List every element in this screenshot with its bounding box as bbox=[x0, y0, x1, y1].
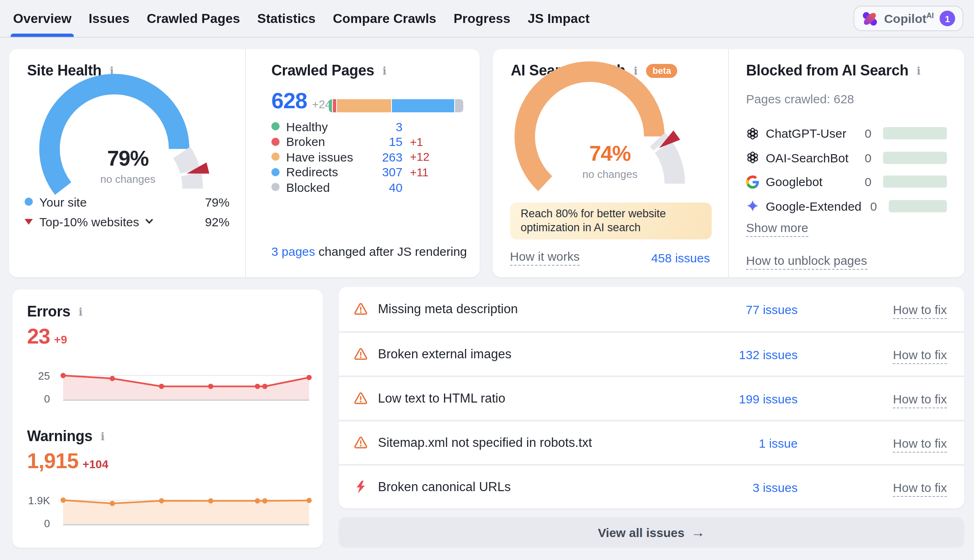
google-extended-star-icon bbox=[746, 200, 759, 213]
chevron-down-icon bbox=[144, 216, 154, 226]
healthy-dot-icon bbox=[271, 123, 280, 131]
ai-issues-link[interactable]: 458 issues bbox=[651, 250, 710, 264]
issue-row-sitemap-robots[interactable]: Sitemap.xml not specified in robots.txt … bbox=[339, 420, 964, 464]
issue-row-broken-images[interactable]: Broken external images 132 issues How to… bbox=[339, 331, 964, 376]
tab-compare-crawls[interactable]: Compare Crawls bbox=[330, 0, 439, 37]
warnings-count: 1,915 bbox=[27, 448, 78, 474]
errors-delta: +9 bbox=[54, 333, 67, 346]
show-more-link[interactable]: Show more bbox=[746, 221, 808, 237]
broken-dot-icon bbox=[271, 138, 280, 146]
issue-count-link[interactable]: 1 issue bbox=[759, 436, 798, 450]
issue-count-link[interactable]: 132 issues bbox=[739, 347, 798, 361]
warning-triangle-icon bbox=[353, 391, 368, 406]
how-to-fix-link[interactable]: How to fix bbox=[893, 347, 947, 364]
site-health-change-label: no changes bbox=[71, 173, 185, 185]
tab-overview[interactable]: Overview bbox=[11, 0, 74, 37]
how-it-works-link[interactable]: How it works bbox=[510, 249, 580, 266]
blocked-ai-section: Blocked from AI Search i Pages crawled: … bbox=[728, 49, 964, 277]
pages-crawled-subtitle: Pages crawled: 628 bbox=[746, 92, 854, 106]
warnings-title: Warnings bbox=[27, 428, 92, 445]
top-navigation: Overview Issues Crawled Pages Statistics… bbox=[0, 0, 974, 38]
site-health-title: Site Health bbox=[27, 62, 102, 80]
legend-your-site: Your site 79% bbox=[25, 192, 230, 212]
site-health-section: Site Health i 79% no changes Your site 7… bbox=[9, 49, 245, 277]
your-site-dot-icon bbox=[25, 198, 33, 206]
beta-badge: beta bbox=[646, 64, 678, 78]
blocked-count-bar bbox=[883, 127, 947, 140]
tab-statistics[interactable]: Statistics bbox=[255, 0, 318, 37]
tab-progress[interactable]: Progress bbox=[451, 0, 513, 37]
legend-blocked[interactable]: Blocked 40 bbox=[271, 180, 452, 195]
warnings-ymin-tick: 0 bbox=[22, 517, 50, 530]
legend-redirects[interactable]: Redirects 307 +11 bbox=[271, 164, 452, 180]
blocked-ai-title: Blocked from AI Search bbox=[746, 62, 908, 80]
issue-count-link[interactable]: 77 issues bbox=[746, 302, 798, 316]
issue-row-low-text-ratio[interactable]: Low text to HTML ratio 199 issues How to… bbox=[339, 376, 964, 420]
crawled-pages-title: Crawled Pages bbox=[271, 62, 374, 80]
red-triangle-down-icon bbox=[25, 219, 33, 224]
issue-row-broken-canonical[interactable]: Broken canonical URLs 3 issues How to fi… bbox=[339, 464, 964, 508]
how-to-unblock-link[interactable]: How to unblock pages bbox=[746, 253, 867, 270]
info-icon[interactable]: i bbox=[99, 430, 106, 444]
bar-segment-healthy bbox=[329, 99, 332, 112]
openai-logo-icon bbox=[746, 127, 759, 140]
bot-list: ChatGPT-User 0 OAI-SearchBot 0 bbox=[746, 121, 947, 218]
how-to-fix-link[interactable]: How to fix bbox=[893, 480, 947, 496]
warning-triangle-icon bbox=[353, 347, 368, 362]
errors-trend-chart bbox=[59, 369, 313, 403]
legend-top10-websites[interactable]: Top-10% websites 92% bbox=[25, 212, 230, 231]
ai-search-card: AI Search Health i beta 74% no changes R… bbox=[493, 49, 964, 277]
redirects-dot-icon bbox=[271, 168, 280, 176]
warnings-delta: +104 bbox=[82, 458, 108, 471]
bot-row-googlebot: Googlebot 0 bbox=[746, 170, 947, 194]
google-g-icon bbox=[746, 175, 759, 189]
how-to-fix-link[interactable]: How to fix bbox=[893, 302, 947, 319]
bot-row-chatgpt-user: ChatGPT-User 0 bbox=[746, 121, 947, 146]
how-to-fix-link[interactable]: How to fix bbox=[893, 436, 947, 452]
top-issues-card: Missing meta description 77 issues How t… bbox=[339, 287, 964, 508]
errors-warnings-card: Errors i 23 +9 25 0 Warnings i 1,915 +10… bbox=[12, 289, 323, 548]
ai-optimization-banner: Reach 80% for better website optimizatio… bbox=[510, 203, 712, 239]
how-to-fix-link[interactable]: How to fix bbox=[893, 392, 947, 408]
js-rendering-note: 3 pages changed after JS rendering bbox=[271, 244, 467, 258]
bar-segment-broken bbox=[333, 99, 336, 112]
arrow-right-icon: → bbox=[691, 524, 705, 541]
info-icon[interactable]: i bbox=[381, 64, 388, 78]
warnings-ymax-tick: 1.9K bbox=[22, 494, 50, 507]
tab-issues[interactable]: Issues bbox=[86, 0, 132, 37]
copilot-icon bbox=[862, 10, 878, 27]
changed-pages-link[interactable]: 3 pages bbox=[271, 244, 315, 258]
site-health-crawled-card: Site Health i 79% no changes Your site 7… bbox=[9, 49, 480, 277]
ai-search-health-section: AI Search Health i beta 74% no changes R… bbox=[493, 49, 728, 277]
openai-logo-icon bbox=[746, 151, 759, 164]
issue-count-link[interactable]: 199 issues bbox=[739, 392, 798, 405]
blocked-count-bar bbox=[888, 200, 947, 212]
bar-segment-have-issues bbox=[337, 99, 391, 112]
ai-health-change-label: no changes bbox=[553, 168, 667, 180]
have-issues-dot-icon bbox=[271, 153, 280, 161]
copilot-label: CopilotAI bbox=[884, 11, 934, 25]
crawled-pages-legend: Healthy 3 Broken 15 +1 Have issues 263 +… bbox=[271, 119, 452, 195]
warning-triangle-icon bbox=[353, 435, 368, 450]
site-health-score: 79% bbox=[71, 146, 185, 171]
errors-count: 23 bbox=[27, 324, 50, 349]
blocked-count-bar bbox=[883, 176, 947, 188]
copilot-button[interactable]: CopilotAI 1 bbox=[854, 6, 963, 31]
info-icon[interactable]: i bbox=[915, 64, 922, 78]
warning-triangle-icon bbox=[353, 302, 368, 316]
bar-segment-blocked bbox=[455, 99, 463, 112]
site-health-legend: Your site 79% Top-10% websites 92% bbox=[25, 192, 230, 231]
view-all-issues-button[interactable]: View all issues → bbox=[339, 517, 964, 548]
issue-count-link[interactable]: 3 issues bbox=[753, 480, 798, 494]
tab-js-impact[interactable]: JS Impact bbox=[525, 0, 592, 37]
tab-crawled-pages[interactable]: Crawled Pages bbox=[144, 0, 243, 37]
issue-row-missing-meta[interactable]: Missing meta description 77 issues How t… bbox=[339, 287, 964, 331]
legend-healthy[interactable]: Healthy 3 bbox=[271, 119, 452, 134]
legend-broken[interactable]: Broken 15 +1 bbox=[271, 134, 452, 149]
crawled-pages-section: Crawled Pages i 628 +24 Healthy 3 Broken bbox=[245, 49, 480, 277]
legend-have-issues[interactable]: Have issues 263 +12 bbox=[271, 149, 452, 164]
blocked-count-bar bbox=[883, 152, 947, 164]
errors-title: Errors bbox=[27, 303, 71, 321]
site-audit-overview-page: Overview Issues Crawled Pages Statistics… bbox=[0, 0, 974, 560]
info-icon[interactable]: i bbox=[77, 305, 84, 319]
